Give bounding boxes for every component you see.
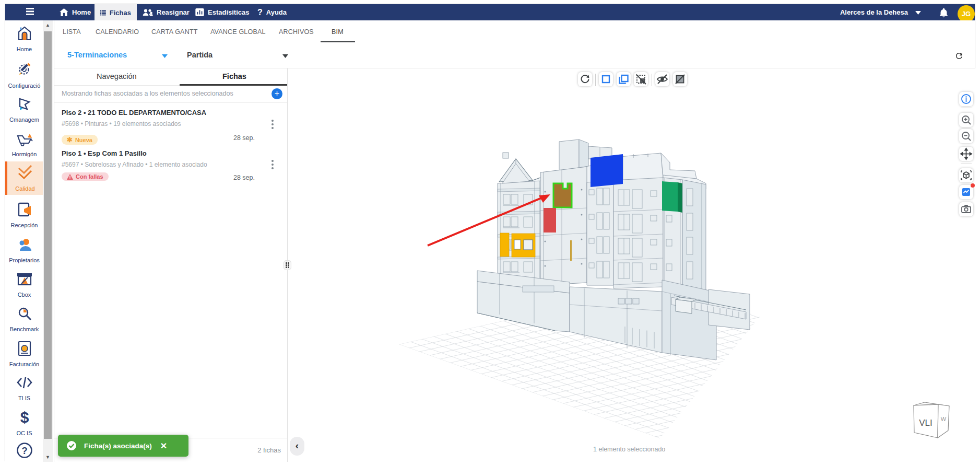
svg-text:$: $ (20, 410, 29, 425)
svg-text:?: ? (21, 445, 28, 456)
svg-text:VLI: VLI (919, 418, 932, 428)
svg-text:W: W (941, 416, 947, 422)
